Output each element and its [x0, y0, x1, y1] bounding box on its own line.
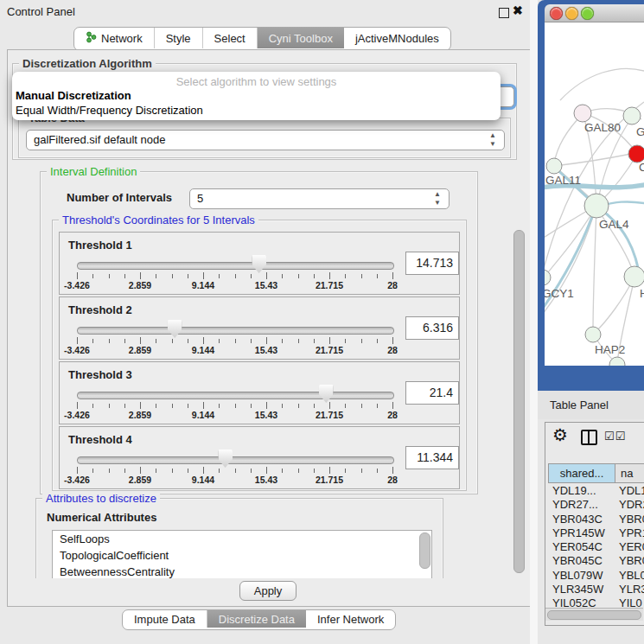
tick-mark — [109, 469, 110, 473]
slider-thumb[interactable] — [218, 450, 233, 468]
tick-mark — [92, 339, 93, 343]
panel-title: Control Panel — [7, 5, 75, 18]
table-row[interactable]: YER054CYER0 — [545, 540, 643, 554]
network-canvas[interactable]: GAL80GCGAL11GAL4GCY1HHAP2 — [545, 22, 644, 366]
checkbox-icons[interactable]: ☑☑ — [604, 430, 626, 443]
tab-label: Select — [214, 32, 245, 45]
cyni-content-panel: Discretization Algorithm Table Data galF… — [7, 49, 531, 607]
panel-divider — [530, 0, 538, 644]
tick-mark — [361, 274, 362, 278]
tab-label: Infer Network — [317, 613, 384, 626]
threshold-3-box: Threshold 3 -3.4262.8599.14415.4321.7152… — [59, 361, 460, 424]
column-header-shared[interactable]: shared... — [548, 463, 615, 483]
close-icon[interactable]: ✖ — [513, 3, 523, 17]
network-node[interactable] — [585, 327, 601, 342]
table-row[interactable]: YBL079WYBL0 — [545, 569, 643, 583]
attributes-listbox[interactable]: SelfLoopsTopologicalCoefficientBetweenne… — [52, 530, 432, 578]
tab-select[interactable]: Select — [203, 28, 258, 48]
slider-thumb[interactable] — [252, 255, 266, 273]
network-window-titlebar[interactable] — [545, 4, 644, 22]
tab-discretize-data[interactable]: Discretize Data — [207, 610, 306, 628]
node-label: GCY1 — [545, 287, 574, 300]
table-data-combobox[interactable]: galFiltered.sif default node ▲▼ — [26, 130, 505, 150]
network-node[interactable] — [624, 266, 644, 287]
table-row[interactable]: YBR043CYBR0 — [545, 513, 643, 526]
slider-thumb[interactable] — [319, 385, 334, 403]
threshold-value-field[interactable]: 6.316 — [405, 316, 459, 340]
gear-icon[interactable]: ⚙ — [552, 424, 568, 445]
network-node[interactable] — [574, 105, 591, 122]
attribute-list-item[interactable]: SelfLoops — [53, 531, 431, 547]
threshold-slider[interactable] — [77, 456, 394, 464]
list-scrollbar[interactable] — [419, 532, 430, 569]
tick-mark — [92, 274, 93, 278]
spinner-icon: ▲▼ — [489, 131, 496, 149]
tab-network[interactable]: Network — [74, 28, 155, 48]
table-row[interactable]: YDL19...YDL1 — [545, 484, 643, 498]
tab-jactivemnodules[interactable]: jActiveMNodules — [344, 28, 450, 48]
tick-mark — [377, 469, 378, 473]
float-window-icon[interactable] — [499, 8, 509, 18]
tick-mark — [314, 339, 315, 343]
threshold-value-field[interactable]: 11.344 — [405, 446, 459, 469]
tick-mark — [203, 402, 204, 409]
dropdown-option-equal-width[interactable]: Equal Width/Frequency Discretization — [12, 103, 501, 118]
attributes-group: Attributes to discretize Numerical Attri… — [35, 498, 443, 578]
num-intervals-combobox[interactable]: 5 ▲▼ — [189, 188, 450, 209]
split-column-icon[interactable] — [581, 430, 597, 445]
tick-mark — [314, 469, 315, 473]
network-node[interactable] — [584, 194, 609, 218]
table-row[interactable]: YDR27...YDR2 — [545, 498, 643, 512]
tick-mark — [266, 467, 267, 474]
column-header-name[interactable]: na — [615, 463, 644, 483]
tick-mark — [140, 402, 141, 409]
threshold-slider[interactable] — [77, 262, 394, 270]
tick-mark — [219, 274, 220, 278]
tick-mark — [124, 404, 125, 408]
tick-mark — [266, 337, 267, 344]
tick-label: 28 — [387, 475, 398, 485]
table-row[interactable]: YBR045CYBR0 — [545, 554, 643, 568]
tick-mark — [298, 274, 299, 278]
network-node[interactable] — [628, 145, 644, 163]
cell-name: YBR0 — [619, 554, 644, 567]
network-node[interactable] — [546, 158, 562, 174]
zoom-traffic-light[interactable] — [581, 7, 594, 20]
tick-mark — [188, 404, 188, 408]
attribute-list-item[interactable]: BetweennessCentrality — [53, 564, 431, 578]
tick-mark — [156, 274, 156, 278]
table-row[interactable]: YPR145WYPR1 — [545, 526, 643, 540]
tick-mark — [392, 337, 393, 344]
tab-style[interactable]: Style — [155, 28, 203, 48]
num-intervals-label: Number of Intervals — [67, 191, 172, 204]
tick-label: 9.144 — [192, 280, 214, 290]
minimize-traffic-light[interactable] — [565, 7, 578, 20]
node-label: C — [639, 161, 644, 174]
tick-mark — [314, 404, 315, 408]
dropdown-option-manual[interactable]: Manual Discretization — [12, 88, 501, 103]
network-node[interactable] — [545, 270, 551, 285]
table-row[interactable]: YLR345WYLR3 — [545, 583, 643, 596]
slider-thumb[interactable] — [168, 320, 182, 338]
node-label: GAL11 — [545, 174, 581, 187]
threshold-slider[interactable] — [77, 327, 394, 335]
threshold-value-field[interactable]: 21.4 — [405, 381, 459, 405]
apply-button[interactable]: Apply — [239, 581, 296, 601]
tab-cyni-toolbox[interactable]: Cyni Toolbox — [258, 28, 344, 48]
panel-scrollbar[interactable] — [513, 230, 525, 573]
group-title: Discretization Algorithm — [19, 57, 156, 70]
tick-mark — [77, 337, 78, 344]
threshold-slider[interactable] — [77, 392, 394, 399]
tick-mark — [266, 272, 267, 279]
threshold-value-field[interactable]: 14.713 — [405, 252, 459, 275]
tab-impute-data[interactable]: Impute Data — [123, 610, 207, 628]
tick-mark — [219, 469, 220, 473]
cell-shared-name: YER054C — [552, 540, 603, 553]
attribute-list-item[interactable]: TopologicalCoefficient — [53, 547, 431, 564]
tab-label: Impute Data — [134, 613, 195, 626]
horizontal-scrollbar-thumb[interactable] — [547, 610, 641, 620]
tick-mark — [172, 404, 173, 408]
close-traffic-light[interactable] — [550, 7, 563, 20]
tab-infer-network[interactable]: Infer Network — [306, 610, 395, 628]
network-node[interactable] — [623, 107, 641, 124]
